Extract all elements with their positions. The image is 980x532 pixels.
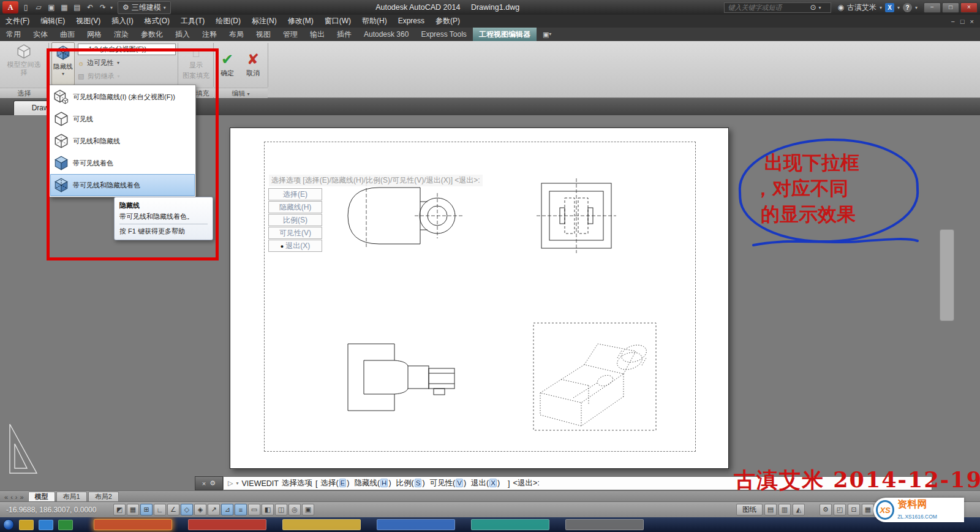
dropdown-item[interactable]: 带可见线着色 [50, 152, 195, 174]
menu-item[interactable]: 编辑(E) [35, 15, 70, 28]
chevron-down-icon[interactable]: ▾ [915, 5, 918, 10]
ribbon-tab[interactable]: 管理 [277, 28, 304, 41]
quick-properties[interactable]: ◫ [275, 504, 287, 515]
workspace-switching[interactable]: ⚙ [820, 504, 832, 515]
canvas-option-scale[interactable]: 比例(S) [268, 214, 322, 226]
quick-view-drawings[interactable]: ▥ [778, 504, 791, 515]
close-button[interactable]: × [960, 2, 978, 13]
command-option[interactable]: 隐藏线(H) [354, 478, 391, 488]
layout-tab[interactable]: 布局1 [56, 492, 87, 501]
menu-item[interactable]: 标注(N) [246, 15, 282, 28]
paper-model-toggle[interactable]: 图纸 [736, 504, 763, 515]
infer-constraints[interactable]: ◩ [113, 504, 126, 515]
save-as[interactable]: ▦ [58, 3, 70, 12]
task-yellow[interactable] [282, 519, 361, 530]
object-snap[interactable]: ◇ [181, 504, 193, 515]
menu-item[interactable]: 文件(F) [0, 15, 35, 28]
user-name[interactable]: 古滇艾米 [847, 2, 876, 13]
exchange-apps-icon[interactable]: X [885, 3, 894, 12]
chevron-down-icon[interactable]: ▾ [819, 5, 821, 10]
ribbon-tab[interactable]: 视图 [250, 28, 277, 41]
selection-cycling[interactable]: ◎ [288, 504, 301, 515]
new-file[interactable]: ▯ [20, 3, 32, 12]
edit-panel-label[interactable]: 编辑 ▾ [214, 88, 268, 98]
transparency[interactable]: ◧ [262, 504, 274, 515]
task-gray[interactable] [565, 519, 644, 530]
layout-paper[interactable]: 选择选项 [选择(E)/隐藏线(H)/比例(S)/可见性(V)/退出(X)] <… [230, 127, 729, 469]
coordinates-readout[interactable]: -16.9688, 186.3007, 0.0000 [0, 506, 113, 514]
lock-ui[interactable]: ◰ [834, 504, 846, 515]
dropdown-item[interactable]: 可见线和隐藏线(I) (来自父视图(F)) [50, 86, 195, 108]
search-input[interactable] [728, 4, 807, 11]
view-scale-combobox[interactable]: ▱ 1:2 (来自父视图(F)) ▾ [78, 44, 176, 55]
menu-item[interactable]: 格式(O) [139, 15, 175, 28]
menu-item[interactable]: 插入(I) [106, 15, 138, 28]
open-file[interactable]: ▱ [32, 3, 45, 12]
redo[interactable]: ↷ [97, 3, 109, 12]
ribbon-tab[interactable]: 常用 [0, 28, 27, 41]
maximize-button[interactable]: □ [942, 2, 959, 13]
plot[interactable]: ▤ [71, 3, 83, 12]
dropdown-item[interactable]: 可见线 [50, 108, 195, 130]
task-teal[interactable] [471, 519, 549, 530]
dynamic-ucs[interactable]: ⊿ [221, 504, 233, 515]
dropdown-item[interactable]: 带可见线和隐藏线着色 [50, 174, 195, 196]
task-red[interactable] [188, 519, 266, 530]
ribbon-tab[interactable]: 参数化 [135, 28, 169, 41]
edge-visibility-button[interactable]: ☼ 边可见性 ▾ [78, 58, 173, 68]
ribbon-tab[interactable]: 插件 [331, 28, 358, 41]
layout-nav-arrow-icon[interactable]: » [20, 493, 23, 501]
search-icon[interactable]: ⊙ [810, 3, 816, 12]
ortho-mode[interactable]: ∟ [154, 504, 166, 515]
menu-item[interactable]: 帮助(H) [356, 15, 393, 28]
command-option[interactable]: 可见性(V) [430, 478, 467, 488]
qat-caret-icon[interactable]: ▾ [110, 5, 113, 10]
menu-item[interactable]: 参数(P) [430, 15, 466, 28]
ribbon-tab[interactable]: 网格 [81, 28, 108, 41]
workspace-switcher[interactable]: ⚙ 三维建模 ▾ [118, 1, 171, 14]
chevron-down-icon[interactable]: ▾ [897, 5, 900, 10]
ribbon-tab[interactable]: 输出 [304, 28, 331, 41]
mdi-minimize-icon[interactable]: − [951, 18, 954, 25]
polar-tracking[interactable]: ∠ [167, 504, 179, 515]
task-blue[interactable] [377, 519, 455, 530]
canvas-option-exit[interactable]: ●退出(X) [268, 240, 322, 252]
save[interactable]: ▣ [45, 3, 58, 12]
start-button[interactable] [3, 519, 14, 530]
undo[interactable]: ↶ [84, 3, 96, 12]
layout-nav-arrow-icon[interactable]: « [4, 493, 8, 501]
snap-mode[interactable]: ▦ [127, 504, 139, 515]
annotation-scale[interactable]: ◭ [793, 504, 805, 515]
ribbon-minimize-icon[interactable]: ▣ [543, 28, 549, 41]
menu-item[interactable]: 绘图(D) [210, 15, 246, 28]
annotation-monitor[interactable]: ▣ [302, 504, 314, 515]
help-icon[interactable]: ? [903, 3, 912, 12]
layout-nav-arrow-icon[interactable]: › [15, 493, 18, 501]
command-option[interactable]: 选择(E) [320, 478, 349, 488]
autocad-logo-icon[interactable]: A [2, 1, 18, 13]
3d-object-snap[interactable]: ◈ [194, 504, 206, 515]
command-option[interactable]: 退出(X) [471, 478, 500, 488]
browser[interactable] [39, 520, 53, 530]
mdi-close-icon[interactable]: × [970, 18, 974, 25]
menu-item[interactable]: 工具(T) [175, 15, 210, 28]
ribbon-tab[interactable]: 插入 [169, 28, 196, 41]
layout-tab[interactable]: 布局2 [88, 492, 119, 501]
ribbon-tab[interactable]: 渲染 [108, 28, 135, 41]
command-history-caret-icon[interactable]: ▾ [236, 481, 238, 486]
ribbon-tab[interactable]: 实体 [27, 28, 54, 41]
layout-nav-arrow-icon[interactable]: ‹ [10, 493, 13, 501]
minimize-button[interactable]: − [924, 2, 941, 13]
hardware-acceleration[interactable]: ▦ [862, 504, 874, 515]
canvas-option-visibility[interactable]: 可见性(V) [268, 227, 322, 239]
dropdown-item[interactable]: 可见线和隐藏线 [50, 130, 195, 152]
help-search-box[interactable]: ⊙ ▾ [724, 2, 831, 13]
hidden-lines-split-button[interactable]: 隐藏线 ▾ [51, 42, 75, 85]
explorer[interactable] [19, 520, 34, 530]
canvas-option-select[interactable]: 选择(E) [268, 188, 322, 200]
ribbon-tab[interactable]: 曲面 [54, 28, 81, 41]
layout-tab[interactable]: 模型 [28, 492, 55, 501]
object-snap-tracking[interactable]: ↗ [208, 504, 220, 515]
dynamic-input[interactable]: ≡ [235, 504, 247, 515]
select-panel-label[interactable]: 选择 [0, 88, 48, 98]
